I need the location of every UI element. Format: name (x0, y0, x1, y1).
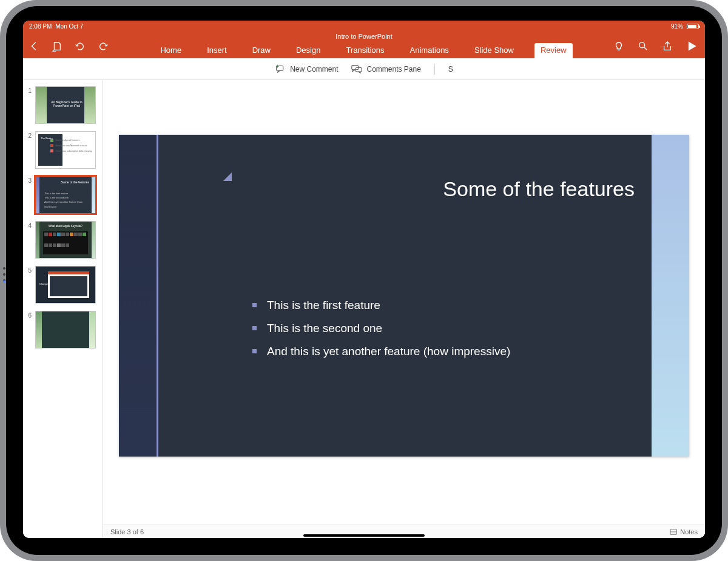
thumb-3[interactable]: 3 Some of the features This is the first… (27, 176, 99, 214)
comments-pane-label: Comments Pane (366, 65, 420, 73)
tab-draw[interactable]: Draw (248, 43, 275, 58)
tab-review[interactable]: Review (534, 43, 573, 58)
notes-label: Notes (680, 528, 698, 536)
notes-toggle[interactable]: Notes (670, 528, 698, 536)
tab-transitions[interactable]: Transitions (341, 43, 389, 58)
ios-status-bar: 2:08 PM Mon Oct 7 91% (23, 21, 705, 32)
status-time: 2:08 PM (29, 23, 52, 30)
thumb-4[interactable]: 4 What about Apple Keynote? (27, 221, 99, 259)
slide-canvas[interactable]: Some of the features This is the first f… (103, 80, 705, 538)
thumb-5[interactable]: 5 Change (27, 266, 99, 304)
status-date: Mon Oct 7 (55, 23, 83, 30)
ribbon-tabs: Home Insert Draw Design Transitions Anim… (23, 42, 705, 58)
slide-title[interactable]: Some of the features (443, 177, 635, 201)
ribbon-separator (434, 64, 435, 75)
home-indicator[interactable] (303, 534, 425, 537)
review-ribbon: New Comment Comments Pane S (23, 58, 705, 80)
tab-slideshow[interactable]: Slide Show (470, 43, 519, 58)
new-comment-label: New Comment (290, 65, 338, 73)
battery-icon (687, 24, 699, 29)
thumb-1[interactable]: 1 An Beginner's Guide to PowerPoint on i… (27, 86, 99, 124)
tab-animations[interactable]: Animations (405, 43, 454, 58)
ribbon-extra[interactable]: S (448, 65, 453, 73)
current-slide[interactable]: Some of the features This is the first f… (119, 135, 689, 457)
slide-bullets[interactable]: This is the first feature This is the se… (252, 299, 510, 368)
decorative-triangle-icon (223, 172, 232, 181)
bullet-2: This is the second one (252, 322, 510, 335)
tab-home[interactable]: Home (155, 43, 186, 58)
comments-pane-button[interactable]: Comments Pane (351, 64, 420, 74)
thumb-2[interactable]: 2 The Basics Some really cool features N… (27, 131, 99, 169)
bullet-3: And this is yet another feature (how imp… (252, 345, 510, 358)
slide-position: Slide 3 of 6 (110, 528, 144, 536)
tab-design[interactable]: Design (291, 43, 325, 58)
document-title: Intro to PowerPoint (23, 33, 705, 40)
slide-thumbnails-panel[interactable]: 1 An Beginner's Guide to PowerPoint on i… (23, 80, 103, 538)
battery-percent: 91% (671, 23, 683, 30)
new-comment-button[interactable]: New Comment (275, 64, 338, 74)
app-header: Intro to PowerPoint Home Insert Draw (23, 32, 705, 58)
tab-insert[interactable]: Insert (202, 43, 232, 58)
bullet-1: This is the first feature (252, 299, 510, 312)
thumb-6[interactable]: 6 (27, 311, 99, 348)
